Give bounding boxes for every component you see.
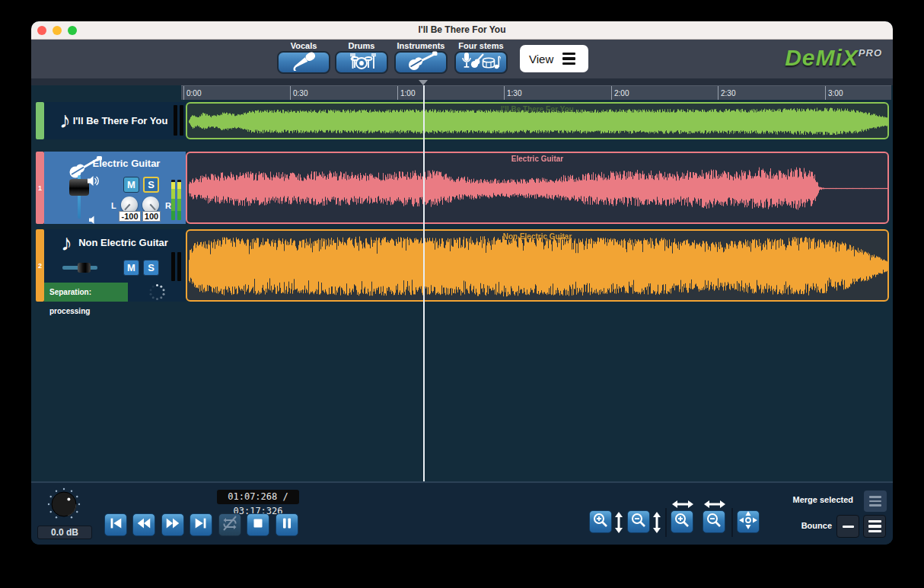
pan-left-label: L bbox=[111, 201, 116, 210]
mute-label: M bbox=[127, 179, 135, 190]
view-menu-label: View bbox=[529, 53, 553, 66]
microphone-icon bbox=[287, 51, 320, 74]
skip-to-start-icon bbox=[107, 515, 124, 535]
ruler-tick: 0:00 bbox=[183, 86, 201, 101]
track-1-header[interactable]: Electric Guitar M bbox=[44, 152, 186, 224]
clip-non-electric-guitar-label: Non Electric Guitar bbox=[187, 232, 887, 241]
loop-icon bbox=[221, 514, 239, 535]
zoom-in-vertical-button[interactable] bbox=[589, 510, 612, 533]
merge-selected-button[interactable] bbox=[864, 491, 887, 512]
separation-status-text: Separation: processing bbox=[44, 283, 128, 302]
menu-icon bbox=[562, 53, 575, 65]
track-1-pan-left-value[interactable]: -100 bbox=[119, 211, 141, 222]
track-1-solo-button[interactable]: S bbox=[143, 177, 159, 193]
stem-instruments-label: Instruments bbox=[394, 41, 448, 50]
track-electric-guitar: 1 Electric Guitar bbox=[36, 152, 889, 224]
time-display: 01:07:268 / 03:17:326 bbox=[217, 490, 299, 504]
playhead-line[interactable] bbox=[423, 85, 425, 481]
clip-non-electric-guitar[interactable]: Non Electric Guitar bbox=[186, 229, 889, 302]
vertical-arrow-icon bbox=[652, 512, 661, 536]
menu-icon bbox=[869, 496, 881, 507]
track-area: ♪ I'll Be There For You I'll Be There Fo… bbox=[31, 100, 893, 481]
fast-forward-button[interactable] bbox=[161, 513, 184, 536]
track-2-mute-button[interactable]: M bbox=[123, 260, 139, 276]
speaker-quiet-icon bbox=[88, 214, 97, 228]
rewind-button[interactable] bbox=[132, 513, 155, 536]
track-2-color-strip[interactable]: 2 bbox=[36, 229, 44, 302]
marker-strip[interactable] bbox=[31, 78, 893, 85]
track-master-color-strip[interactable] bbox=[36, 102, 44, 139]
separation-status-bar: Separation: processing bbox=[44, 283, 186, 302]
skip-to-end-icon bbox=[193, 515, 209, 535]
track-1-pan-right-value[interactable]: 100 bbox=[142, 211, 161, 222]
toolbar: Vocals Drums bbox=[31, 40, 893, 78]
speaker-loud-icon bbox=[87, 175, 99, 190]
vocals-separation-button[interactable] bbox=[277, 51, 330, 74]
zoom-in-icon bbox=[673, 511, 691, 532]
stem-drums: Drums bbox=[335, 41, 388, 74]
zoom-out-vertical-button[interactable] bbox=[627, 510, 650, 533]
track-1-color-strip[interactable]: 1 bbox=[36, 152, 44, 224]
track-master-title: I'll Be There For You bbox=[44, 115, 186, 126]
fast-forward-icon bbox=[164, 515, 181, 535]
track-1-mute-button[interactable]: M bbox=[123, 177, 139, 193]
spinner-icon bbox=[148, 283, 167, 305]
clip-master-label: I'll Be There For You bbox=[187, 105, 887, 113]
skip-to-start-button[interactable] bbox=[104, 513, 127, 536]
logo-name: DeMiX bbox=[785, 45, 859, 70]
instruments-separation-button[interactable] bbox=[394, 51, 448, 74]
waveform-electric-guitar bbox=[189, 155, 887, 222]
stop-button[interactable] bbox=[247, 513, 269, 536]
drums-separation-button[interactable] bbox=[335, 51, 388, 74]
bounce-single-button[interactable] bbox=[836, 515, 859, 538]
rewind-icon bbox=[135, 515, 152, 535]
ruler-tick: 2:30 bbox=[718, 86, 735, 101]
ruler-tick: 3:00 bbox=[825, 86, 843, 101]
menu-icon bbox=[868, 520, 881, 532]
track-2-volume-handle[interactable] bbox=[78, 263, 91, 273]
zoom-out-horizontal-button[interactable] bbox=[703, 510, 725, 533]
four-stems-separation-button[interactable] bbox=[454, 51, 508, 74]
track-master: ♪ I'll Be There For You I'll Be There Fo… bbox=[36, 102, 889, 139]
loop-button[interactable] bbox=[218, 513, 241, 536]
stem-instruments: Instruments bbox=[394, 41, 448, 74]
separation-spinner-area bbox=[128, 283, 186, 302]
zoom-out-icon bbox=[705, 511, 723, 532]
playhead-marker-icon[interactable] bbox=[419, 80, 428, 85]
window-title: I'll Be There For You bbox=[31, 24, 893, 35]
timeline-ruler[interactable]: 0:00 0:30 1:00 1:30 2:00 2:30 3:00 bbox=[181, 85, 891, 100]
track-2-level-meter bbox=[171, 252, 181, 281]
vertical-arrow-icon bbox=[614, 512, 623, 536]
bounce-label: Bounce bbox=[747, 521, 832, 530]
pause-button[interactable] bbox=[276, 513, 298, 536]
ruler-tick: 1:00 bbox=[397, 86, 415, 101]
solo-label: S bbox=[148, 179, 155, 190]
clip-master[interactable]: I'll Be There For You bbox=[186, 102, 889, 139]
master-volume-value: 0.0 dB bbox=[37, 526, 92, 539]
master-volume-knob[interactable] bbox=[46, 487, 81, 525]
demix-pro-window: I'll Be There For You Vocals Drums bbox=[31, 21, 893, 545]
demix-pro-logo: DeMiXPRO bbox=[785, 45, 882, 71]
ruler-tick: 0:30 bbox=[290, 86, 307, 101]
logo-suffix: PRO bbox=[859, 47, 882, 59]
waveform-non-electric-guitar bbox=[189, 232, 887, 300]
track-master-header[interactable]: ♪ I'll Be There For You bbox=[44, 102, 186, 139]
divider bbox=[665, 508, 667, 537]
clip-electric-guitar-label: Electric Guitar bbox=[187, 155, 887, 163]
stem-four-stems: Four stems bbox=[454, 41, 508, 74]
track-1-title: Electric Guitar bbox=[44, 158, 186, 169]
bounce-all-button[interactable] bbox=[863, 515, 886, 538]
skip-to-end-button[interactable] bbox=[190, 513, 212, 536]
track-2-solo-button[interactable]: S bbox=[143, 260, 159, 276]
track-master-level-meter bbox=[174, 105, 183, 136]
clip-electric-guitar[interactable]: Electric Guitar bbox=[186, 152, 889, 224]
view-menu-button[interactable]: View bbox=[520, 45, 588, 72]
track-1-level-meter bbox=[171, 180, 181, 220]
zoom-in-horizontal-button[interactable] bbox=[671, 510, 693, 533]
track-2-header[interactable]: ♪ Non Electric Guitar M S bbox=[44, 229, 186, 283]
mute-label: M bbox=[127, 262, 135, 273]
stem-four-stems-label: Four stems bbox=[454, 41, 508, 50]
solo-label: S bbox=[148, 262, 155, 273]
transport-bar: 0.0 dB 01:07:268 / 03:17:326 bbox=[31, 481, 893, 545]
stem-drums-label: Drums bbox=[335, 41, 388, 50]
